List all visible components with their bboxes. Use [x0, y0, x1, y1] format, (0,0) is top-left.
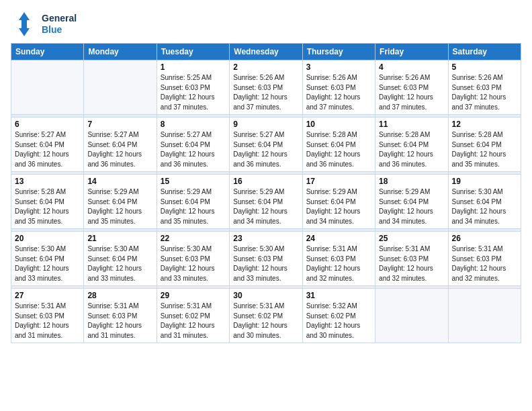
- cell-text: Sunrise: 5:27 AM Sunset: 6:04 PM Dayligh…: [233, 130, 298, 169]
- cell-text: Sunrise: 5:30 AM Sunset: 6:04 PM Dayligh…: [452, 187, 517, 226]
- day-number: 19: [452, 177, 517, 186]
- cell-text: Sunrise: 5:30 AM Sunset: 6:03 PM Dayligh…: [161, 244, 226, 283]
- day-number: 11: [379, 120, 444, 129]
- cell-text: Sunrise: 5:30 AM Sunset: 6:03 PM Dayligh…: [233, 244, 298, 283]
- day-number: 4: [379, 62, 444, 72]
- calendar-cell: 3Sunrise: 5:26 AM Sunset: 6:03 PM Daylig…: [302, 60, 375, 115]
- cell-text: Sunrise: 5:26 AM Sunset: 6:03 PM Dayligh…: [306, 73, 371, 112]
- calendar-cell: [11, 60, 84, 115]
- day-number: 8: [161, 120, 226, 129]
- calendar-cell: 12Sunrise: 5:28 AM Sunset: 6:04 PM Dayli…: [448, 118, 521, 172]
- calendar-table: SundayMondayTuesdayWednesdayThursdayFrid…: [11, 43, 521, 343]
- calendar-week-row: 6Sunrise: 5:27 AM Sunset: 6:04 PM Daylig…: [11, 118, 521, 172]
- day-number: 14: [87, 177, 152, 186]
- calendar-cell: 14Sunrise: 5:29 AM Sunset: 6:04 PM Dayli…: [84, 175, 157, 229]
- cell-text: Sunrise: 5:31 AM Sunset: 6:02 PM Dayligh…: [233, 302, 298, 340]
- calendar-cell: 26Sunrise: 5:31 AM Sunset: 6:03 PM Dayli…: [448, 232, 521, 286]
- calendar-cell: 22Sunrise: 5:30 AM Sunset: 6:03 PM Dayli…: [157, 232, 229, 286]
- calendar-cell: 7Sunrise: 5:27 AM Sunset: 6:04 PM Daylig…: [84, 118, 157, 172]
- calendar-week-row: 27Sunrise: 5:31 AM Sunset: 6:03 PM Dayli…: [11, 289, 521, 343]
- calendar-week-row: 1Sunrise: 5:25 AM Sunset: 6:03 PM Daylig…: [11, 60, 521, 115]
- calendar-cell: 27Sunrise: 5:31 AM Sunset: 6:03 PM Dayli…: [11, 289, 84, 343]
- cell-text: Sunrise: 5:30 AM Sunset: 6:04 PM Dayligh…: [87, 244, 152, 283]
- weekday-header-row: SundayMondayTuesdayWednesdayThursdayFrid…: [11, 44, 521, 60]
- day-number: 20: [15, 234, 80, 243]
- cell-text: Sunrise: 5:31 AM Sunset: 6:03 PM Dayligh…: [379, 244, 444, 283]
- calendar-cell: 11Sunrise: 5:28 AM Sunset: 6:04 PM Dayli…: [375, 118, 448, 172]
- calendar-cell: 28Sunrise: 5:31 AM Sunset: 6:03 PM Dayli…: [84, 289, 157, 343]
- calendar-cell: 10Sunrise: 5:28 AM Sunset: 6:04 PM Dayli…: [302, 118, 375, 172]
- weekday-header-tuesday: Tuesday: [157, 44, 229, 60]
- calendar-cell: 20Sunrise: 5:30 AM Sunset: 6:04 PM Dayli…: [11, 232, 84, 286]
- day-number: 25: [379, 234, 444, 243]
- cell-text: Sunrise: 5:26 AM Sunset: 6:03 PM Dayligh…: [233, 73, 298, 112]
- cell-text: Sunrise: 5:28 AM Sunset: 6:04 PM Dayligh…: [379, 130, 444, 169]
- cell-text: Sunrise: 5:27 AM Sunset: 6:04 PM Dayligh…: [161, 130, 226, 169]
- cell-text: Sunrise: 5:31 AM Sunset: 6:03 PM Dayligh…: [306, 244, 371, 283]
- weekday-header-wednesday: Wednesday: [230, 44, 302, 60]
- day-number: 30: [233, 291, 298, 300]
- cell-text: Sunrise: 5:31 AM Sunset: 6:03 PM Dayligh…: [15, 302, 80, 340]
- cell-text: Sunrise: 5:28 AM Sunset: 6:04 PM Dayligh…: [15, 187, 80, 226]
- cell-text: Sunrise: 5:28 AM Sunset: 6:04 PM Dayligh…: [306, 130, 371, 169]
- day-number: 23: [233, 234, 298, 243]
- day-number: 28: [87, 291, 152, 300]
- calendar-cell: 23Sunrise: 5:30 AM Sunset: 6:03 PM Dayli…: [230, 232, 302, 286]
- day-number: 16: [233, 177, 298, 186]
- calendar-cell: 24Sunrise: 5:31 AM Sunset: 6:03 PM Dayli…: [302, 232, 375, 286]
- day-number: 24: [306, 234, 371, 243]
- calendar-cell: 1Sunrise: 5:25 AM Sunset: 6:03 PM Daylig…: [157, 60, 229, 115]
- calendar-cell: 6Sunrise: 5:27 AM Sunset: 6:04 PM Daylig…: [11, 118, 84, 172]
- day-number: 18: [379, 177, 444, 186]
- calendar-cell: 15Sunrise: 5:29 AM Sunset: 6:04 PM Dayli…: [157, 175, 229, 229]
- day-number: 9: [233, 120, 298, 129]
- calendar-cell: [84, 60, 157, 115]
- weekday-header-monday: Monday: [84, 44, 157, 60]
- calendar-cell: 25Sunrise: 5:31 AM Sunset: 6:03 PM Dayli…: [375, 232, 448, 286]
- weekday-header-sunday: Sunday: [11, 44, 84, 60]
- day-number: 1: [161, 62, 226, 72]
- cell-text: Sunrise: 5:29 AM Sunset: 6:04 PM Dayligh…: [379, 187, 444, 226]
- day-number: 27: [15, 291, 80, 300]
- cell-text: Sunrise: 5:29 AM Sunset: 6:04 PM Dayligh…: [161, 187, 226, 226]
- logo-icon: [11, 11, 38, 38]
- cell-text: Sunrise: 5:31 AM Sunset: 6:03 PM Dayligh…: [452, 244, 517, 283]
- calendar-cell: 4Sunrise: 5:26 AM Sunset: 6:03 PM Daylig…: [375, 60, 448, 115]
- weekday-header-saturday: Saturday: [448, 44, 521, 60]
- calendar-cell: 2Sunrise: 5:26 AM Sunset: 6:03 PM Daylig…: [230, 60, 302, 115]
- cell-text: Sunrise: 5:31 AM Sunset: 6:03 PM Dayligh…: [87, 302, 152, 340]
- day-number: 26: [452, 234, 517, 243]
- day-number: 31: [306, 291, 371, 300]
- calendar-week-row: 13Sunrise: 5:28 AM Sunset: 6:04 PM Dayli…: [11, 175, 521, 229]
- calendar-cell: 21Sunrise: 5:30 AM Sunset: 6:04 PM Dayli…: [84, 232, 157, 286]
- day-number: 12: [452, 120, 517, 129]
- calendar-cell: 8Sunrise: 5:27 AM Sunset: 6:04 PM Daylig…: [157, 118, 229, 172]
- cell-text: Sunrise: 5:27 AM Sunset: 6:04 PM Dayligh…: [87, 130, 152, 169]
- calendar-cell: 18Sunrise: 5:29 AM Sunset: 6:04 PM Dayli…: [375, 175, 448, 229]
- svg-marker-0: [19, 12, 30, 36]
- calendar-cell: [448, 289, 521, 343]
- calendar-cell: 16Sunrise: 5:29 AM Sunset: 6:04 PM Dayli…: [230, 175, 302, 229]
- cell-text: Sunrise: 5:27 AM Sunset: 6:04 PM Dayligh…: [15, 130, 80, 169]
- calendar-cell: 29Sunrise: 5:31 AM Sunset: 6:02 PM Dayli…: [157, 289, 229, 343]
- weekday-header-thursday: Thursday: [302, 44, 375, 60]
- page-header: GeneralBlue: [11, 11, 521, 38]
- calendar-week-row: 20Sunrise: 5:30 AM Sunset: 6:04 PM Dayli…: [11, 232, 521, 286]
- cell-text: Sunrise: 5:25 AM Sunset: 6:03 PM Dayligh…: [161, 73, 226, 112]
- cell-text: Sunrise: 5:30 AM Sunset: 6:04 PM Dayligh…: [15, 244, 80, 283]
- calendar-cell: 31Sunrise: 5:32 AM Sunset: 6:02 PM Dayli…: [302, 289, 375, 343]
- cell-text: Sunrise: 5:26 AM Sunset: 6:03 PM Dayligh…: [379, 73, 444, 112]
- calendar-cell: 30Sunrise: 5:31 AM Sunset: 6:02 PM Dayli…: [230, 289, 302, 343]
- calendar-cell: 5Sunrise: 5:26 AM Sunset: 6:03 PM Daylig…: [448, 60, 521, 115]
- day-number: 6: [15, 120, 80, 129]
- calendar-cell: [375, 289, 448, 343]
- logo: GeneralBlue: [11, 11, 77, 38]
- day-number: 5: [452, 62, 517, 72]
- cell-text: Sunrise: 5:28 AM Sunset: 6:04 PM Dayligh…: [452, 130, 517, 169]
- calendar-cell: 9Sunrise: 5:27 AM Sunset: 6:04 PM Daylig…: [230, 118, 302, 172]
- logo-blue: Blue: [42, 24, 77, 36]
- cell-text: Sunrise: 5:26 AM Sunset: 6:03 PM Dayligh…: [452, 73, 517, 112]
- day-number: 15: [161, 177, 226, 186]
- calendar-cell: 13Sunrise: 5:28 AM Sunset: 6:04 PM Dayli…: [11, 175, 84, 229]
- cell-text: Sunrise: 5:31 AM Sunset: 6:02 PM Dayligh…: [161, 302, 226, 340]
